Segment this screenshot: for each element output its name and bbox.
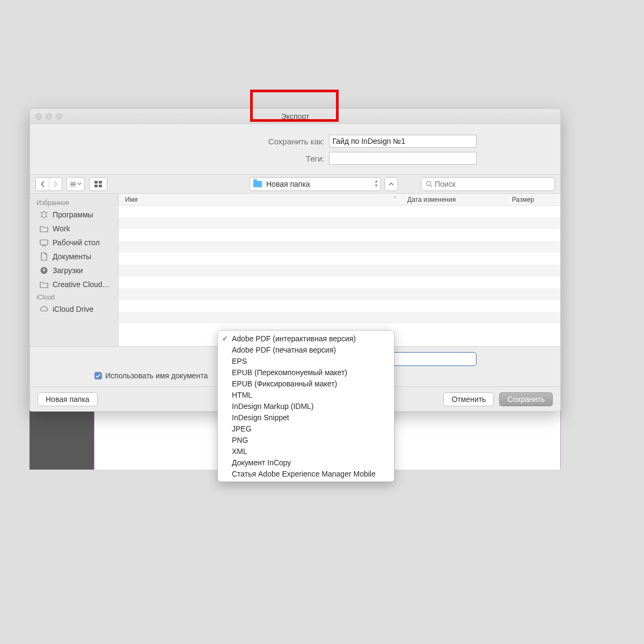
- folder-icon: [40, 280, 48, 289]
- sidebar-item[interactable]: Документы: [30, 250, 118, 264]
- search-icon: [426, 180, 433, 188]
- sidebar-item[interactable]: Creative Cloud…: [30, 277, 118, 291]
- search-input[interactable]: [435, 180, 550, 188]
- save-as-input[interactable]: [329, 135, 477, 148]
- titlebar: Экспорт: [30, 109, 560, 124]
- tags-label: Теги:: [114, 154, 329, 163]
- svg-rect-2: [40, 240, 48, 245]
- column-name[interactable]: Имя: [119, 196, 393, 203]
- sidebar-icloud-head: iCloud: [30, 291, 118, 302]
- sort-indicator-icon: ˄: [393, 196, 407, 203]
- new-folder-button[interactable]: Новая папка: [38, 392, 98, 406]
- download-icon: [40, 266, 48, 275]
- sidebar: Избранное ПрограммыWorkРабочий столДокум…: [30, 194, 119, 346]
- apps-icon: [40, 210, 48, 219]
- window-controls: [35, 113, 62, 120]
- format-option[interactable]: InDesign Snippet: [218, 412, 394, 423]
- format-dropdown[interactable]: Adobe PDF (интерактивная версия)Adobe PD…: [217, 330, 394, 482]
- column-date[interactable]: Дата изменения: [407, 196, 512, 203]
- format-option[interactable]: Статья Adobe Experience Manager Mobile: [218, 468, 394, 479]
- save-as-label: Сохранить как:: [114, 137, 329, 146]
- collapse-button[interactable]: [384, 177, 398, 191]
- minimize-icon[interactable]: [46, 113, 52, 120]
- sidebar-item-label: iCloud Drive: [53, 305, 93, 313]
- sidebar-item[interactable]: Загрузки: [30, 264, 118, 277]
- format-option[interactable]: Документ InCopy: [218, 457, 394, 468]
- column-size[interactable]: Размер: [512, 196, 560, 203]
- dialog-title: Экспорт: [281, 112, 310, 121]
- tags-input[interactable]: [329, 152, 477, 165]
- format-option[interactable]: EPS: [218, 355, 394, 367]
- close-icon[interactable]: [35, 113, 42, 120]
- format-option[interactable]: EPUB (Перекомпонуемый макет): [218, 367, 394, 378]
- view-mode-button[interactable]: [67, 178, 84, 191]
- sidebar-favorites-head: Избранное: [30, 197, 118, 208]
- file-list: Имя ˄ Дата изменения Размер: [119, 194, 560, 346]
- format-option[interactable]: Adobe PDF (интерактивная версия): [218, 333, 394, 344]
- annotation-highlight: [250, 90, 339, 122]
- sidebar-item[interactable]: Рабочий стол: [30, 236, 118, 250]
- sidebar-item-label: Загрузки: [53, 266, 83, 275]
- use-doc-name-label: Использовать имя документа: [105, 371, 208, 380]
- save-button[interactable]: Сохранить: [499, 392, 553, 406]
- svg-point-0: [427, 181, 431, 186]
- format-option[interactable]: HTML: [218, 389, 394, 400]
- updown-icon: ▴▾: [375, 179, 377, 188]
- cancel-button[interactable]: Отменить: [443, 392, 494, 406]
- sidebar-item[interactable]: Программы: [30, 208, 118, 222]
- icons-view-button[interactable]: [90, 178, 107, 191]
- format-option[interactable]: InDesign Markup (IDML): [218, 400, 394, 412]
- format-option[interactable]: XML: [218, 445, 394, 457]
- sidebar-item[interactable]: iCloud Drive: [30, 302, 118, 316]
- browser-toolbar: Новая папка ▴▾: [30, 174, 560, 194]
- back-button[interactable]: [36, 178, 49, 191]
- forward-button[interactable]: [49, 178, 62, 191]
- search-box[interactable]: [421, 177, 555, 191]
- svg-line-1: [430, 185, 433, 187]
- sidebar-item-label: Программы: [53, 210, 93, 219]
- maximize-icon[interactable]: [56, 113, 62, 120]
- location-popup[interactable]: Новая папка ▴▾: [250, 177, 381, 191]
- folder-icon: [40, 224, 48, 233]
- sidebar-item[interactable]: Work: [30, 222, 118, 236]
- sidebar-item-label: Документы: [53, 252, 91, 261]
- desktop-icon: [40, 238, 48, 247]
- cloud-icon: [40, 305, 48, 313]
- format-option[interactable]: JPEG: [218, 423, 394, 434]
- location-label: Новая папка: [266, 180, 310, 188]
- document-icon: [40, 252, 48, 261]
- sidebar-item-label: Work: [53, 224, 70, 233]
- format-option[interactable]: PNG: [218, 434, 394, 445]
- sidebar-item-label: Рабочий стол: [53, 238, 100, 247]
- folder-icon: [253, 181, 262, 187]
- format-option[interactable]: EPUB (Фиксированный макет): [218, 378, 394, 389]
- use-doc-name-checkbox[interactable]: [94, 372, 102, 379]
- sidebar-item-label: Creative Cloud…: [53, 280, 110, 289]
- format-option[interactable]: Adobe PDF (печатная версия): [218, 344, 394, 355]
